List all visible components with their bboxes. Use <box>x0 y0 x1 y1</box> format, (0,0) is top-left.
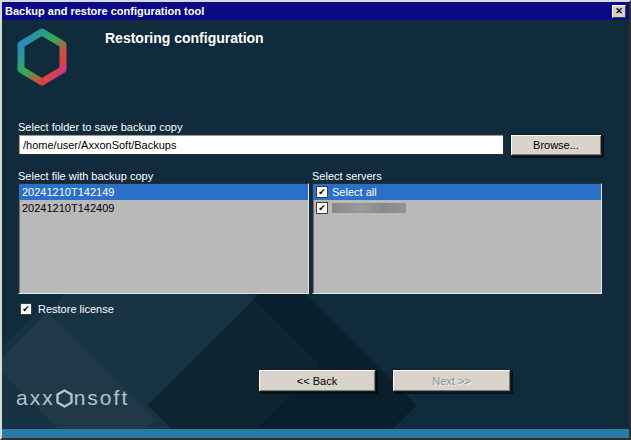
close-icon: ✕ <box>615 6 623 16</box>
content-area: Restoring configuration Select folder to… <box>2 20 629 438</box>
select-all-checkbox[interactable]: ✔ <box>316 186 328 198</box>
folder-label: Select folder to save backup copy <box>18 121 182 133</box>
backup-file-name: 20241210T142409 <box>22 202 114 214</box>
check-icon: ✔ <box>22 305 30 314</box>
server-item-label: Select all <box>332 186 377 198</box>
brand-text-suffix: nsoft <box>74 386 130 410</box>
restore-license-row[interactable]: ✔ Restore license <box>20 303 114 315</box>
server-item-select-all[interactable]: ✔ Select all <box>313 184 601 200</box>
back-button[interactable]: << Back <box>258 369 376 392</box>
server-item[interactable]: ✔ <box>313 200 601 216</box>
backup-files-label: Select file with backup copy <box>18 170 153 182</box>
restore-license-checkbox[interactable]: ✔ <box>20 303 32 315</box>
brand-hexagon-icon <box>56 389 73 408</box>
servers-list[interactable]: ✔ Select all ✔ <box>312 183 602 294</box>
next-button[interactable]: Next >> <box>392 369 511 392</box>
window-title: Backup and restore configuration tool <box>5 5 608 17</box>
page-title: Restoring configuration <box>105 30 264 46</box>
app-window: Backup and restore configuration tool ✕ … <box>0 0 631 440</box>
check-icon: ✔ <box>318 188 326 197</box>
backup-files-list[interactable]: 20241210T142149 20241210T142409 <box>18 183 309 294</box>
axxonsoft-wordmark: axx nsoft <box>16 386 129 410</box>
title-bar[interactable]: Backup and restore configuration tool ✕ <box>2 2 629 20</box>
check-icon: ✔ <box>318 204 326 213</box>
backup-file-item[interactable]: 20241210T142149 <box>19 184 308 200</box>
servers-label: Select servers <box>312 170 382 182</box>
folder-path-input[interactable] <box>18 134 504 155</box>
accent-strip <box>2 429 629 438</box>
decorative-cube-dark <box>148 271 417 438</box>
close-button[interactable]: ✕ <box>612 5 626 18</box>
restore-license-label: Restore license <box>38 303 114 315</box>
backup-file-item[interactable]: 20241210T142409 <box>19 200 308 216</box>
server-name-redacted <box>332 203 406 213</box>
browse-button[interactable]: Browse... <box>510 134 602 156</box>
brand-text-prefix: axx <box>16 386 55 410</box>
axxonsoft-logo-icon <box>16 28 68 86</box>
backup-file-name: 20241210T142149 <box>22 186 114 198</box>
decorative-cube-small <box>2 307 155 438</box>
server-checkbox[interactable]: ✔ <box>316 202 328 214</box>
